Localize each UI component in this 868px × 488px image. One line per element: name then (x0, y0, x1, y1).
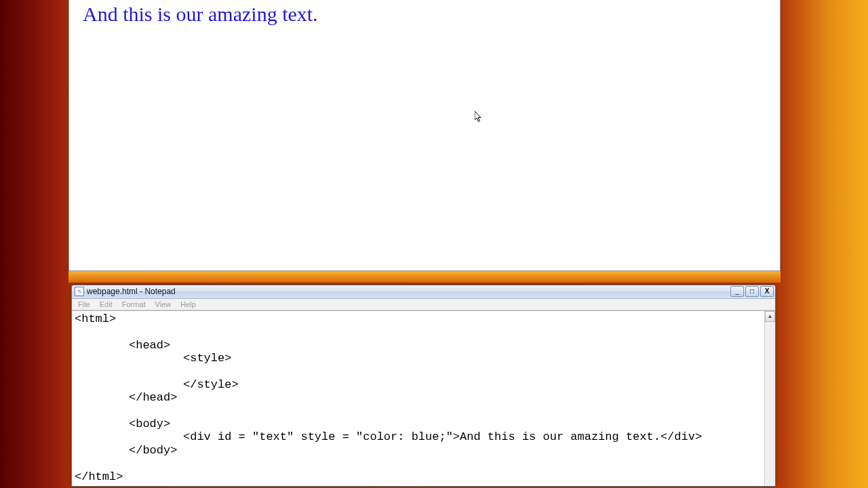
close-button[interactable]: X (760, 286, 774, 297)
minimize-button[interactable]: _ (730, 286, 744, 297)
notepad-title-text: webpage.html - Notepad (87, 287, 176, 296)
code-line: <body> (75, 418, 762, 430)
window-controls: _ □ X (730, 286, 774, 297)
gap-strip (68, 271, 781, 283)
menu-help[interactable]: Help (176, 299, 201, 310)
notepad-menubar: File Edit Format View Help (72, 299, 775, 310)
menu-view[interactable]: View (151, 299, 176, 310)
mouse-cursor-icon (475, 111, 483, 123)
code-line: <html> (75, 312, 116, 325)
desktop-background: And this is our amazing text. ✎ webpage.… (0, 0, 868, 488)
notepad-text-area[interactable]: <html> <head><style></style></head><body… (72, 311, 764, 486)
menu-format[interactable]: Format (117, 299, 151, 310)
vertical-scrollbar[interactable]: ▲ (764, 311, 775, 486)
notepad-window: ✎ webpage.html - Notepad _ □ X File Edit… (71, 285, 776, 487)
scroll-up-button[interactable]: ▲ (765, 311, 775, 322)
code-line: </style> (75, 378, 762, 391)
menu-edit[interactable]: Edit (95, 299, 117, 310)
code-line: <div id = "text" style = "color: blue;">… (75, 430, 762, 443)
scroll-track[interactable] (765, 322, 775, 486)
notepad-file-icon: ✎ (75, 287, 84, 296)
menu-file[interactable]: File (73, 299, 95, 310)
code-line: <head> (75, 339, 762, 352)
notepad-titlebar[interactable]: ✎ webpage.html - Notepad _ □ X (72, 285, 775, 299)
browser-content-area[interactable]: And this is our amazing text. (83, 3, 774, 265)
rendered-page-text: And this is our amazing text. (83, 3, 318, 25)
code-line: </body> (75, 444, 762, 457)
code-blank-line (75, 325, 762, 338)
notepad-editor-wrap: <html> <head><style></style></head><body… (72, 310, 775, 486)
code-blank-line (75, 457, 762, 470)
maximize-button[interactable]: □ (745, 286, 759, 297)
browser-window: And this is our amazing text. (68, 0, 781, 271)
code-blank-line (75, 405, 762, 418)
code-line: </head> (75, 391, 762, 404)
code-line: <style> (75, 352, 762, 365)
code-blank-line (75, 365, 762, 378)
code-line: </html> (75, 470, 123, 483)
